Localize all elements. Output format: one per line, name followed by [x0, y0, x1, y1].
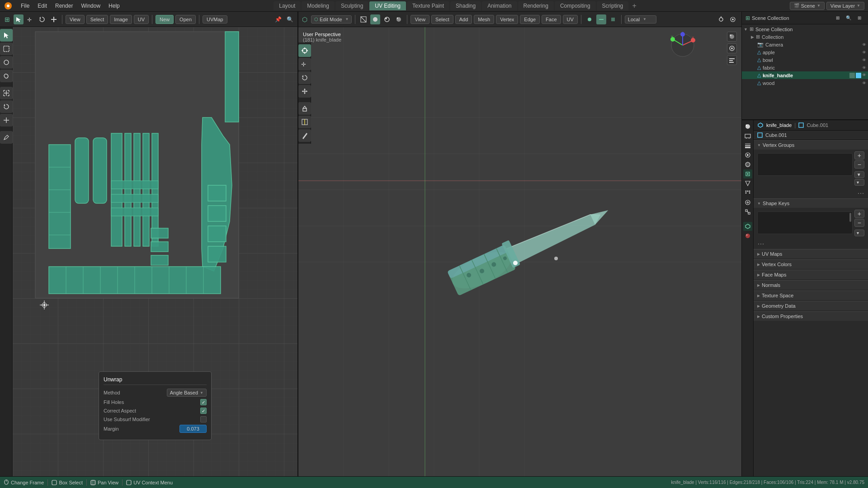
proportional-edit-icon[interactable]: [728, 14, 738, 24]
zoom-icon[interactable]: 🔍: [285, 14, 295, 24]
face-select-mode[interactable]: [608, 14, 618, 24]
prop-object-constraint-icon[interactable]: [743, 207, 752, 216]
prop-physics-icon[interactable]: [743, 198, 752, 207]
visibility-icon-bowl[interactable]: 👁: [862, 58, 866, 62]
outliner-scene-collection[interactable]: ▼ ⊞ Scene Collection: [742, 25, 868, 33]
scale-tool-icon[interactable]: [49, 14, 59, 24]
uv-lasso-select-tool[interactable]: [0, 70, 13, 82]
3d-select-btn[interactable]: Select: [431, 15, 453, 24]
margin-value[interactable]: 0.073: [179, 425, 207, 433]
sk-add-btn[interactable]: +: [854, 210, 864, 218]
visibility-icon-wood[interactable]: 👁: [862, 81, 866, 85]
use-subsurf-checkbox[interactable]: [200, 416, 207, 422]
uv-select-btn[interactable]: Select: [86, 15, 108, 24]
3d-mesh-btn[interactable]: Mesh: [474, 15, 494, 24]
uv-new-btn[interactable]: New: [156, 15, 174, 24]
outliner-search-icon[interactable]: 🔍: [844, 13, 854, 23]
visibility-icon-fabric[interactable]: 👁: [862, 66, 866, 70]
tab-layout[interactable]: Layout: [274, 1, 301, 10]
outliner-collection[interactable]: ▶ ⊞ Collection: [742, 33, 868, 41]
method-dropdown[interactable]: Angle Based ▼: [167, 389, 207, 397]
uv-rotate-tool[interactable]: [0, 100, 13, 113]
menu-window[interactable]: Window: [77, 2, 104, 10]
shape-keys-list[interactable]: [757, 211, 853, 234]
vg-dots-btn[interactable]: …: [857, 188, 864, 196]
navigation-gizmo[interactable]: X Y Z: [669, 32, 696, 60]
pin-icon[interactable]: 📌: [273, 14, 283, 24]
uv-maps-header[interactable]: ▶ UV Maps: [754, 249, 868, 258]
viewport-overlay-icon[interactable]: [727, 43, 737, 53]
3d-extrude-tool[interactable]: [298, 102, 311, 115]
render-btn[interactable]: [394, 14, 404, 24]
uv-cursor-tool[interactable]: [0, 29, 13, 42]
viewport-shading-icon[interactable]: [727, 32, 737, 42]
prop-render-icon[interactable]: [743, 122, 752, 131]
correct-aspect-checkbox[interactable]: ✓: [200, 408, 207, 414]
3d-knife-tool[interactable]: [298, 129, 311, 142]
vertex-select-mode[interactable]: [585, 14, 594, 24]
outliner-filter-icon[interactable]: ⊞: [833, 13, 843, 23]
vertex-groups-header[interactable]: ▼ Vertex Groups: [754, 140, 868, 150]
visibility-icon-cam[interactable]: 👁: [862, 42, 866, 47]
rotate-tool-icon[interactable]: [37, 14, 47, 24]
3d-vertex-btn[interactable]: Vertex: [496, 15, 518, 24]
sk-dots-btn[interactable]: ▾: [854, 230, 864, 236]
tab-scripting[interactable]: Scripting: [597, 1, 629, 10]
uv-view-btn[interactable]: View: [66, 15, 85, 24]
custom-properties-header[interactable]: ▶ Custom Properties: [754, 311, 868, 321]
3d-viewport-canvas[interactable]: User Perspective (181) knife_blade: [298, 27, 741, 476]
vg-down-btn[interactable]: ▼: [854, 171, 864, 178]
tab-animation[interactable]: Animation: [482, 1, 517, 10]
vg-add-btn[interactable]: +: [854, 151, 864, 160]
uvmap-btn[interactable]: UVMap: [203, 15, 227, 23]
visibility-icon-apple[interactable]: 👁: [862, 50, 866, 55]
visibility-icon-knife[interactable]: 👁: [862, 73, 866, 78]
3d-add-btn[interactable]: Add: [455, 15, 472, 24]
shape-keys-header[interactable]: ▼ Shape Keys: [754, 198, 868, 208]
material-preview-btn[interactable]: [382, 14, 392, 24]
edit-mode-dropdown[interactable]: ⬡ Edit Mode ▼: [311, 15, 352, 23]
prop-world-icon[interactable]: [743, 160, 752, 169]
vertex-colors-header[interactable]: ▶ Vertex Colors: [754, 259, 868, 269]
3d-cursor-tool[interactable]: [298, 44, 311, 57]
edge-select-mode[interactable]: [596, 14, 606, 24]
uv-circle-select-tool[interactable]: [0, 56, 13, 69]
uv-image-btn[interactable]: Image: [110, 15, 132, 24]
scene-tools-icon[interactable]: [727, 55, 737, 65]
3d-edge-btn[interactable]: Edge: [520, 15, 540, 24]
add-workspace-btn[interactable]: +: [629, 1, 639, 11]
prop-object-icon[interactable]: [743, 169, 752, 178]
outliner-bowl[interactable]: △ bowl 👁: [742, 56, 868, 64]
outliner-fabric[interactable]: △ fabric 👁: [742, 64, 868, 71]
tab-rendering[interactable]: Rendering: [518, 1, 554, 10]
3d-move-tool[interactable]: ✛: [298, 58, 311, 70]
transform-orientation[interactable]: Local ▼: [625, 15, 656, 23]
scroll-thumb[interactable]: [849, 213, 851, 222]
view-layer-selector[interactable]: View Layer ▼: [826, 2, 864, 10]
prop-material-icon[interactable]: [743, 231, 752, 240]
move-tool-icon[interactable]: ✛: [25, 14, 35, 24]
3d-uv-btn[interactable]: UV: [563, 15, 578, 24]
tab-texture-paint[interactable]: Texture Paint: [407, 1, 449, 10]
prop-particles-icon[interactable]: [743, 188, 752, 197]
tab-shading[interactable]: Shading: [450, 1, 481, 10]
menu-render[interactable]: Render: [52, 2, 76, 10]
vertex-groups-list[interactable]: [757, 153, 853, 176]
menu-edit[interactable]: Edit: [34, 2, 51, 10]
uv-uv-btn[interactable]: UV: [134, 15, 149, 24]
3d-view-btn[interactable]: View: [410, 15, 429, 24]
geometry-data-header[interactable]: ▶ Geometry Data: [754, 301, 868, 310]
texture-space-header[interactable]: ▶ Texture Space: [754, 291, 868, 300]
3d-face-btn[interactable]: Face: [542, 15, 561, 24]
mesh-data-icon[interactable]: [856, 73, 861, 78]
normals-header[interactable]: ▶ Normals: [754, 280, 868, 290]
tab-modeling[interactable]: Modeling: [302, 1, 335, 10]
prop-output-icon[interactable]: [743, 131, 752, 141]
snap-icon[interactable]: [716, 14, 726, 24]
scene-selector[interactable]: 🎬 Blender Scene ▼: [790, 2, 825, 10]
face-maps-header[interactable]: ▶ Face Maps: [754, 270, 868, 279]
fill-holes-checkbox[interactable]: ✓: [200, 399, 207, 405]
uv-grab-tool[interactable]: [0, 87, 13, 99]
outliner-apple[interactable]: △ apple 👁: [742, 48, 868, 56]
vg-remove-btn[interactable]: −: [854, 160, 864, 169]
